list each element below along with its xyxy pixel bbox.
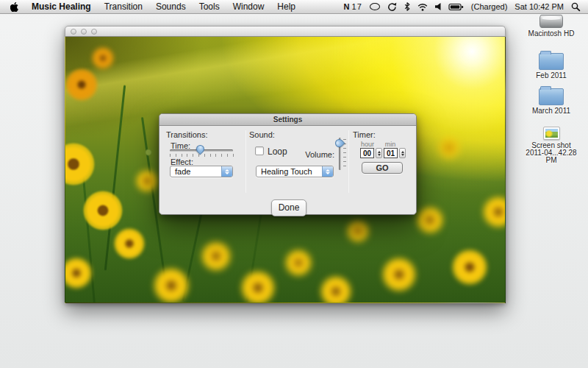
dropdown-stepper-icon	[221, 166, 232, 177]
section-divider	[348, 130, 349, 193]
icon-label: Feb 2011	[523, 72, 579, 79]
icon-label: Macintosh HD	[523, 30, 579, 38]
timer-heading: Timer:	[353, 130, 376, 139]
sync-icon[interactable]	[387, 2, 397, 12]
volume-icon[interactable]	[435, 3, 441, 10]
desktop-icon-march-2011[interactable]: March 2011	[523, 88, 579, 115]
menu-tools[interactable]: Tools	[199, 1, 220, 12]
transitions-heading: Transitions:	[166, 130, 207, 139]
sound-dropdown[interactable]: Healing Touch	[256, 166, 334, 177]
unread-count: 17	[352, 2, 362, 11]
sound-heading: Sound:	[249, 130, 275, 139]
go-button[interactable]: GO	[362, 162, 403, 174]
menu-app-name[interactable]: Music Healing	[32, 1, 91, 12]
spotlight-icon[interactable]	[571, 2, 581, 12]
effect-dropdown[interactable]: fade	[170, 166, 233, 177]
close-button[interactable]	[71, 29, 76, 35]
min-stepper[interactable]	[399, 148, 406, 158]
dialog-titlebar[interactable]: Settings	[159, 114, 416, 126]
app-glyph: N	[344, 2, 351, 11]
desktop-icon-screen-shot[interactable]: Screen shot 2011-04...42.28 PM	[523, 127, 579, 164]
menu-transition[interactable]: Transition	[104, 1, 143, 12]
section-divider	[245, 130, 246, 193]
apple-menu-icon[interactable]	[10, 2, 18, 12]
minimize-button[interactable]	[81, 29, 87, 35]
menu-window[interactable]: Window	[233, 1, 265, 12]
chat-bubble-icon[interactable]	[370, 3, 380, 10]
wifi-icon[interactable]	[417, 3, 428, 11]
image-file-icon	[543, 127, 560, 140]
done-button[interactable]: Done	[271, 199, 306, 216]
battery-status-label: (Charged)	[471, 2, 508, 11]
icon-label: Screen shot 2011-04...42.28 PM	[523, 142, 579, 164]
battery-icon[interactable]	[448, 3, 464, 11]
status-app-badge[interactable]: N17	[344, 2, 362, 11]
hour-field[interactable]	[360, 148, 374, 158]
window-titlebar[interactable]	[65, 26, 506, 37]
time-slider-ticks	[170, 154, 234, 157]
time-slider-knob[interactable]	[195, 144, 207, 155]
hard-drive-icon	[539, 15, 563, 28]
hour-label: hour	[359, 141, 376, 148]
desktop-icon-feb-2011[interactable]: Feb 2011	[523, 53, 579, 79]
volume-label: Volume:	[302, 150, 334, 159]
min-label: min	[382, 141, 398, 148]
menu-clock[interactable]: Sat 10:42 PM	[514, 2, 564, 11]
icon-label: March 2011	[523, 107, 579, 115]
dropdown-stepper-icon	[322, 166, 333, 177]
menu-sounds[interactable]: Sounds	[156, 1, 186, 12]
sound-selected-value: Healing Touch	[257, 166, 322, 177]
hour-stepper[interactable]	[376, 148, 382, 158]
settings-dialog: Settings Transitions: Time: Effect: fade…	[159, 113, 417, 215]
folder-icon	[539, 88, 564, 105]
folder-icon	[539, 53, 564, 70]
zoom-button[interactable]	[91, 29, 97, 35]
effect-selected-value: fade	[171, 166, 221, 177]
desktop-icon-macintosh-hd[interactable]: Macintosh HD	[523, 15, 579, 38]
menu-help[interactable]: Help	[277, 1, 295, 12]
min-field[interactable]	[384, 148, 398, 158]
loop-checkbox[interactable]	[255, 146, 264, 155]
bluetooth-icon[interactable]	[404, 2, 410, 11]
menu-bar: Music Healing Transition Sounds Tools Wi…	[0, 0, 588, 14]
loop-label: Loop	[268, 146, 287, 157]
